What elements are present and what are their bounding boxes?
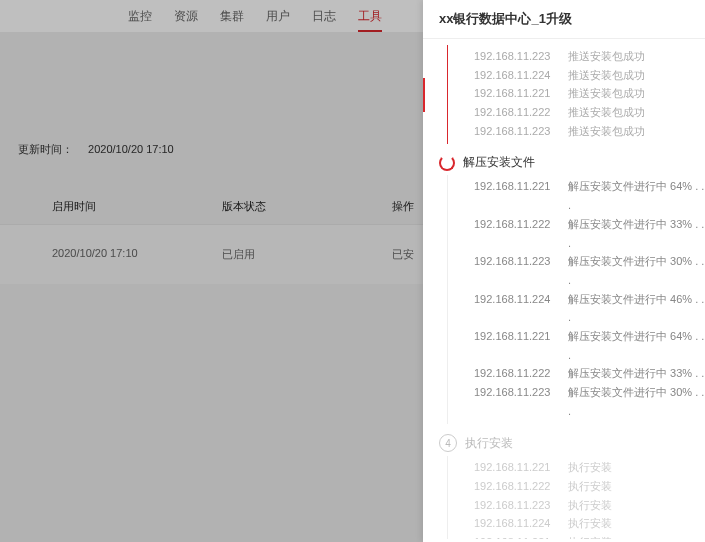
upgrade-drawer: ≡ xx银行数据中心_1升级 192.168.11.223推送安装包成功192.… bbox=[423, 0, 705, 542]
drawer-title: xx银行数据中心_1升级 bbox=[423, 0, 705, 39]
line-message: 解压安装文件进行中 64% . . . bbox=[568, 177, 705, 214]
step-title: 解压安装文件 bbox=[463, 154, 535, 171]
step-lines: 192.168.11.221解压安装文件进行中 64% . . .192.168… bbox=[447, 175, 705, 424]
step-line: 192.168.11.223解压安装文件进行中 30% . . . bbox=[474, 383, 705, 420]
step-line: 192.168.11.222执行安装 bbox=[474, 477, 705, 496]
line-ip: 192.168.11.223 bbox=[474, 122, 554, 141]
nav-item-2[interactable]: 集群 bbox=[220, 8, 244, 32]
line-ip: 192.168.11.222 bbox=[474, 477, 554, 496]
step-line: 192.168.11.221执行安装 bbox=[474, 533, 705, 539]
line-ip: 192.168.11.223 bbox=[474, 496, 554, 515]
update-time-label: 更新时间： bbox=[18, 143, 73, 155]
cell-enable-time: 2020/10/20 17:10 bbox=[52, 247, 222, 262]
line-ip: 192.168.11.222 bbox=[474, 103, 554, 122]
line-message: 执行安装 bbox=[568, 496, 612, 515]
line-message: 解压安装文件进行中 46% . . . bbox=[568, 290, 705, 327]
line-message: 执行安装 bbox=[568, 458, 612, 477]
line-message: 推送安装包成功 bbox=[568, 103, 645, 122]
line-message: 推送安装包成功 bbox=[568, 122, 645, 141]
step-lines: 192.168.11.223推送安装包成功192.168.11.224推送安装包… bbox=[447, 45, 705, 144]
line-ip: 192.168.11.222 bbox=[474, 215, 554, 252]
step-head: 4执行安装 bbox=[439, 434, 705, 452]
line-ip: 192.168.11.223 bbox=[474, 252, 554, 289]
line-message: 解压安装文件进行中 33% . . . bbox=[568, 215, 705, 252]
line-message: 执行安装 bbox=[568, 533, 612, 539]
header-version-status: 版本状态 bbox=[222, 199, 392, 214]
line-message: 执行安装 bbox=[568, 477, 612, 496]
cell-version-status: 已启用 bbox=[222, 247, 392, 262]
line-message: 解压安装文件进行中 33% . . bbox=[568, 364, 704, 383]
line-message: 解压安装文件进行中 64% . . . bbox=[568, 327, 705, 364]
step: 4执行安装192.168.11.221执行安装192.168.11.222执行安… bbox=[439, 434, 705, 539]
line-message: 解压安装文件进行中 30% . . . bbox=[568, 252, 705, 289]
step-line: 192.168.11.223解压安装文件进行中 30% . . . bbox=[474, 252, 705, 289]
step-line: 192.168.11.224解压安装文件进行中 46% . . . bbox=[474, 290, 705, 327]
step-line: 192.168.11.222推送安装包成功 bbox=[474, 103, 705, 122]
drawer-toggle-button[interactable]: ≡ bbox=[423, 78, 425, 112]
nav-item-4[interactable]: 日志 bbox=[312, 8, 336, 32]
line-ip: 192.168.11.223 bbox=[474, 383, 554, 420]
step-line: 192.168.11.222解压安装文件进行中 33% . . . bbox=[474, 215, 705, 252]
step-title: 执行安装 bbox=[465, 435, 513, 452]
nav-item-5[interactable]: 工具 bbox=[358, 8, 382, 32]
step-line: 192.168.11.221推送安装包成功 bbox=[474, 84, 705, 103]
line-ip: 192.168.11.223 bbox=[474, 47, 554, 66]
step-line: 192.168.11.223推送安装包成功 bbox=[474, 122, 705, 141]
step-line: 192.168.11.224推送安装包成功 bbox=[474, 66, 705, 85]
steps-container: 192.168.11.223推送安装包成功192.168.11.224推送安装包… bbox=[423, 39, 705, 539]
step-head: 解压安装文件 bbox=[439, 154, 705, 171]
step-line: 192.168.11.221解压安装文件进行中 64% . . . bbox=[474, 327, 705, 364]
line-ip: 192.168.11.221 bbox=[474, 84, 554, 103]
line-message: 推送安装包成功 bbox=[568, 66, 645, 85]
step-line: 192.168.11.222解压安装文件进行中 33% . . bbox=[474, 364, 705, 383]
nav-item-0[interactable]: 监控 bbox=[128, 8, 152, 32]
header-enable-time: 启用时间 bbox=[52, 199, 222, 214]
step-line: 192.168.11.221解压安装文件进行中 64% . . . bbox=[474, 177, 705, 214]
line-ip: 192.168.11.221 bbox=[474, 533, 554, 539]
line-ip: 192.168.11.224 bbox=[474, 290, 554, 327]
line-ip: 192.168.11.224 bbox=[474, 514, 554, 533]
spinner-icon bbox=[439, 155, 455, 171]
step-number-badge: 4 bbox=[439, 434, 457, 452]
update-time-value: 2020/10/20 17:10 bbox=[88, 143, 174, 155]
line-ip: 192.168.11.221 bbox=[474, 458, 554, 477]
nav-item-1[interactable]: 资源 bbox=[174, 8, 198, 32]
step-line: 192.168.11.224执行安装 bbox=[474, 514, 705, 533]
line-ip: 192.168.11.224 bbox=[474, 66, 554, 85]
line-ip: 192.168.11.221 bbox=[474, 327, 554, 364]
step-line: 192.168.11.221执行安装 bbox=[474, 458, 705, 477]
step: 解压安装文件192.168.11.221解压安装文件进行中 64% . . .1… bbox=[439, 154, 705, 424]
nav-item-3[interactable]: 用户 bbox=[266, 8, 290, 32]
step-lines: 192.168.11.221执行安装192.168.11.222执行安装192.… bbox=[447, 456, 705, 539]
line-message: 推送安装包成功 bbox=[568, 84, 645, 103]
line-message: 推送安装包成功 bbox=[568, 47, 645, 66]
line-message: 执行安装 bbox=[568, 514, 612, 533]
step-line: 192.168.11.223执行安装 bbox=[474, 496, 705, 515]
step: 192.168.11.223推送安装包成功192.168.11.224推送安装包… bbox=[439, 45, 705, 144]
line-ip: 192.168.11.222 bbox=[474, 364, 554, 383]
line-ip: 192.168.11.221 bbox=[474, 177, 554, 214]
step-line: 192.168.11.223推送安装包成功 bbox=[474, 47, 705, 66]
line-message: 解压安装文件进行中 30% . . . bbox=[568, 383, 705, 420]
